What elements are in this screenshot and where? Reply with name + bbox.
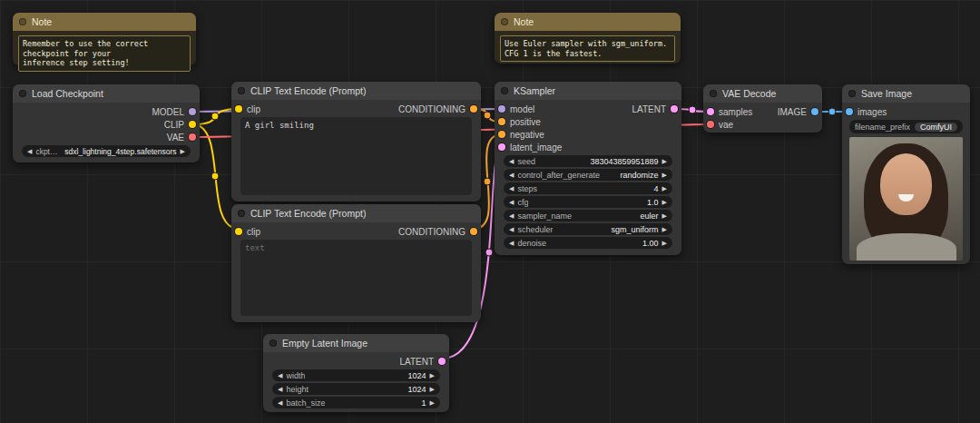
input-slot-clip[interactable]: clip [235, 227, 260, 237]
widget-denoise[interactable]: ◀ denoise 1.00 ▶ [504, 237, 672, 249]
widget-control-after-generate[interactable]: ◀ control_after_generate randomize ▶ [504, 169, 672, 181]
input-slot-latent-image[interactable]: latent_image [495, 141, 681, 153]
decrement-arrow-icon[interactable]: ◀ [509, 172, 514, 179]
slot-dot-latent[interactable] [438, 358, 446, 365]
slot-dot-conditioning[interactable] [470, 105, 477, 113]
increment-arrow-icon[interactable]: ▶ [430, 372, 435, 379]
increment-arrow-icon[interactable]: ▶ [662, 199, 667, 206]
slot-dot-model[interactable] [189, 108, 196, 115]
increment-arrow-icon[interactable]: ▶ [181, 148, 185, 155]
node-note-checkpoint[interactable]: Note Remember to use the correct checkpo… [13, 13, 196, 65]
slot-dot-image[interactable] [811, 108, 818, 115]
increment-arrow-icon[interactable]: ▶ [662, 212, 667, 220]
increment-arrow-icon[interactable]: ▶ [662, 240, 667, 247]
output-slot-model[interactable]: MODEL [13, 105, 200, 118]
node-clip-text-encode-positive[interactable]: CLIP Text Encode (Prompt) clip CONDITION… [231, 82, 481, 202]
note-text[interactable]: Remember to use the correct checkpoint f… [18, 35, 191, 72]
collapse-dot-icon[interactable] [270, 339, 277, 347]
collapse-dot-icon[interactable] [238, 87, 245, 94]
decrement-arrow-icon[interactable]: ◀ [509, 226, 514, 233]
node-header[interactable]: CLIP Text Encode (Prompt) [231, 82, 481, 100]
widget-batch-size[interactable]: ◀ batch_size 1 ▶ [272, 397, 440, 408]
slot-dot-image[interactable] [846, 108, 853, 115]
decrement-arrow-icon[interactable]: ◀ [278, 399, 282, 407]
widget-value[interactable]: ComfyUI [915, 123, 957, 132]
decrement-arrow-icon[interactable]: ◀ [509, 212, 514, 220]
increment-arrow-icon[interactable]: ▶ [662, 226, 667, 233]
widget-ckpt-name[interactable]: ◀ ckpt_name sdxl_lightning_4step.safeten… [22, 145, 191, 157]
input-slot-images[interactable]: images [842, 105, 970, 118]
input-slot-positive[interactable]: positive [495, 115, 681, 128]
widget-seed[interactable]: ◀ seed 383043859951889 ▶ [504, 155, 672, 167]
output-slot-latent[interactable]: LATENT [263, 355, 449, 368]
decrement-arrow-icon[interactable]: ◀ [509, 185, 514, 192]
input-slot-negative[interactable]: negative [495, 128, 681, 141]
collapse-dot-icon[interactable] [501, 18, 508, 25]
node-header[interactable]: KSampler [495, 82, 681, 100]
node-header[interactable]: Save Image [842, 84, 970, 103]
slot-dot-clip[interactable] [235, 228, 242, 235]
node-ksampler[interactable]: KSampler model LATENT positive negative … [495, 82, 681, 255]
slot-dot-vae[interactable] [707, 121, 714, 128]
increment-arrow-icon[interactable]: ▶ [662, 158, 667, 165]
slot-dot-conditioning[interactable] [470, 228, 477, 235]
node-header[interactable]: Empty Latent Image [263, 334, 449, 352]
increment-arrow-icon[interactable]: ▶ [662, 185, 667, 192]
output-slot-conditioning[interactable]: CONDITIONING [398, 104, 477, 114]
node-header[interactable]: Note [13, 13, 196, 31]
increment-arrow-icon[interactable]: ▶ [430, 399, 435, 407]
output-slot-latent[interactable]: LATENT [632, 104, 678, 114]
increment-arrow-icon[interactable]: ▶ [430, 386, 435, 393]
node-header[interactable]: Load Checkpoint [13, 84, 200, 103]
input-slot-vae[interactable]: vae [703, 118, 822, 131]
collapse-dot-icon[interactable] [501, 87, 508, 94]
input-slot-clip[interactable]: clip [235, 104, 260, 114]
widget-cfg[interactable]: ◀ cfg 1.0 ▶ [504, 196, 672, 208]
output-slot-image[interactable]: IMAGE [778, 107, 818, 117]
slot-dot-vae[interactable] [189, 133, 196, 141]
widget-scheduler[interactable]: ◀ scheduler sgm_uniform ▶ [504, 223, 672, 235]
input-slot-samples[interactable]: samples [707, 107, 752, 117]
collapse-dot-icon[interactable] [19, 90, 26, 97]
prompt-textarea[interactable]: A girl smiling [240, 117, 472, 195]
node-empty-latent-image[interactable]: Empty Latent Image LATENT ◀ width 1024 ▶… [263, 334, 449, 412]
collapse-dot-icon[interactable] [710, 90, 717, 97]
input-slot-model[interactable]: model [498, 104, 534, 114]
output-slot-vae[interactable]: VAE [13, 131, 200, 143]
slot-dot-latent[interactable] [707, 108, 714, 115]
slot-dot-conditioning[interactable] [498, 131, 505, 138]
widget-width[interactable]: ◀ width 1024 ▶ [272, 369, 440, 381]
node-load-checkpoint[interactable]: Load Checkpoint MODEL CLIP VAE ◀ ckpt_na… [13, 84, 200, 162]
slot-dot-latent[interactable] [671, 105, 678, 113]
widget-steps[interactable]: ◀ steps 4 ▶ [504, 182, 672, 194]
node-header[interactable]: VAE Decode [703, 84, 822, 103]
output-slot-clip[interactable]: CLIP [13, 118, 200, 131]
decrement-arrow-icon[interactable]: ◀ [509, 240, 514, 247]
node-header[interactable]: CLIP Text Encode (Prompt) [231, 204, 481, 222]
widget-filename-prefix[interactable]: filename_prefix ComfyUI [849, 120, 963, 133]
node-header[interactable]: Note [495, 13, 681, 31]
node-vae-decode[interactable]: VAE Decode samples IMAGE vae [703, 84, 822, 133]
slot-dot-latent[interactable] [498, 143, 505, 151]
increment-arrow-icon[interactable]: ▶ [662, 172, 667, 179]
widget-sampler-name[interactable]: ◀ sampler_name euler ▶ [504, 210, 672, 221]
decrement-arrow-icon[interactable]: ◀ [278, 386, 282, 393]
graph-canvas[interactable]: Note Remember to use the correct checkpo… [0, 0, 980, 423]
decrement-arrow-icon[interactable]: ◀ [509, 158, 514, 165]
collapse-dot-icon[interactable] [848, 90, 856, 97]
slot-dot-model[interactable] [498, 105, 505, 113]
collapse-dot-icon[interactable] [238, 210, 245, 217]
slot-dot-clip[interactable] [189, 121, 196, 128]
widget-height[interactable]: ◀ height 1024 ▶ [272, 383, 440, 395]
node-save-image[interactable]: Save Image images filename_prefix ComfyU… [842, 84, 970, 264]
decrement-arrow-icon[interactable]: ◀ [27, 148, 32, 155]
note-text[interactable]: Use Euler sampler with sgm_uniform. CFG … [500, 35, 675, 62]
collapse-dot-icon[interactable] [19, 18, 26, 25]
node-clip-text-encode-negative[interactable]: CLIP Text Encode (Prompt) clip CONDITION… [231, 204, 481, 322]
decrement-arrow-icon[interactable]: ◀ [278, 372, 282, 379]
slot-dot-clip[interactable] [235, 105, 242, 113]
node-note-sampler[interactable]: Note Use Euler sampler with sgm_uniform.… [495, 13, 681, 64]
prompt-textarea[interactable]: text [240, 240, 472, 316]
slot-dot-conditioning[interactable] [498, 118, 505, 125]
output-slot-conditioning[interactable]: CONDITIONING [398, 227, 477, 237]
